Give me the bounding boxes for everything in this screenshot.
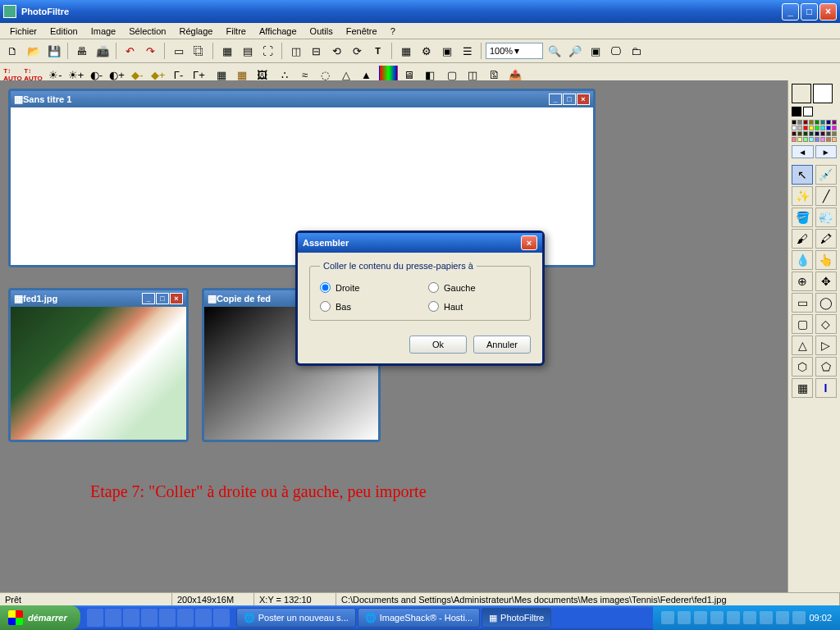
tray-icon[interactable] <box>792 611 806 624</box>
undo-icon[interactable]: ↶ <box>121 42 139 60</box>
palette-color[interactable] <box>832 131 837 136</box>
explorer-icon[interactable]: 🗀 <box>627 42 646 60</box>
color-palette[interactable] <box>792 120 837 142</box>
mdi-maximize-icon[interactable]: □ <box>563 94 576 105</box>
clone-tool-icon[interactable]: ⊕ <box>792 272 813 291</box>
task-imageshack[interactable]: 🌐 ImageShack® - Hosti... <box>358 608 480 628</box>
palette-color[interactable] <box>815 120 819 125</box>
polygon-tool-icon[interactable]: ⬠ <box>815 357 837 377</box>
menu-help[interactable]: ? <box>384 25 402 38</box>
menu-filtre[interactable]: Filtre <box>219 25 252 38</box>
copy-icon[interactable]: ⿻ <box>189 42 208 60</box>
task-photofiltre[interactable]: ▦ PhotoFiltre <box>482 608 551 628</box>
palette-color[interactable] <box>832 126 837 130</box>
palette-color[interactable] <box>809 131 814 136</box>
ql-icon[interactable] <box>159 609 176 627</box>
pointer-tool-icon[interactable]: ↖ <box>792 165 813 185</box>
fg-color-swatch[interactable] <box>792 84 811 103</box>
zoom-out-icon[interactable]: 🔎 <box>565 42 584 60</box>
advbrush-tool-icon[interactable]: 🖍 <box>815 229 837 249</box>
palette-color[interactable] <box>809 137 814 142</box>
save-icon[interactable]: 💾 <box>44 42 63 60</box>
task-poster[interactable]: 🌐 Poster un nouveau s... <box>236 608 356 628</box>
open-icon[interactable]: 📂 <box>24 42 43 60</box>
palette-color[interactable] <box>792 137 797 142</box>
palette-color[interactable] <box>792 131 797 136</box>
fullscreen-icon[interactable]: 🖵 <box>606 42 625 60</box>
cancel-button[interactable]: Annuler <box>473 336 531 354</box>
palette-color[interactable] <box>809 126 814 130</box>
radio-droite[interactable]: Droite <box>320 282 412 293</box>
radio-bas[interactable]: Bas <box>320 301 412 312</box>
palette-color[interactable] <box>820 120 825 125</box>
small-swatch-2[interactable] <box>803 107 813 116</box>
bg-color-swatch[interactable] <box>813 84 833 103</box>
palette-color[interactable] <box>826 120 831 125</box>
text-icon[interactable]: T <box>368 42 387 60</box>
palette-prev-icon[interactable]: ◄ <box>792 145 814 158</box>
palette-color[interactable] <box>832 137 837 142</box>
mdi-maximize-icon[interactable]: □ <box>156 293 169 304</box>
resize-icon[interactable]: ⛶ <box>258 42 277 60</box>
close-button[interactable]: × <box>819 3 837 21</box>
transparency-icon[interactable]: ▦ <box>396 42 415 60</box>
start-button[interactable]: démarrer <box>0 605 80 630</box>
print-icon[interactable]: 🖶 <box>72 42 91 60</box>
palette-color[interactable] <box>797 126 802 130</box>
roundrect-shape-icon[interactable]: ▢ <box>792 314 813 334</box>
zoom-select[interactable]: 100%▾ <box>486 43 543 59</box>
palette-color[interactable] <box>803 137 808 142</box>
pipette-tool-icon[interactable]: 💉 <box>815 165 837 185</box>
smudge-tool-icon[interactable]: 👆 <box>815 250 837 270</box>
systray[interactable]: 09:02 <box>653 605 840 630</box>
palette-color[interactable] <box>826 131 831 136</box>
palette-color[interactable] <box>815 126 819 130</box>
rotate-right-icon[interactable]: ⟳ <box>348 42 367 60</box>
canvas-photo[interactable] <box>11 307 186 440</box>
zoom-in-icon[interactable]: 🔍 <box>545 42 564 60</box>
spray-tool-icon[interactable]: 💨 <box>815 208 837 227</box>
rotate-left-icon[interactable]: ⟲ <box>327 42 346 60</box>
menu-affichage[interactable]: Affichage <box>253 25 304 38</box>
palette-color[interactable] <box>815 137 819 142</box>
line-tool-icon[interactable]: ╱ <box>815 186 837 206</box>
radio-gauche[interactable]: Gauche <box>428 282 520 293</box>
tray-icon[interactable] <box>694 611 707 624</box>
options-icon[interactable]: ▦ <box>792 378 813 398</box>
tray-icon[interactable] <box>760 611 773 624</box>
document-window-fed1[interactable]: ▦ fed1.jpg _ □ × <box>8 288 189 442</box>
grid-icon[interactable]: ▤ <box>238 42 257 60</box>
palette-color[interactable] <box>797 131 802 136</box>
fill-tool-icon[interactable]: 🪣 <box>792 208 813 227</box>
dialog-close-icon[interactable]: × <box>521 235 537 250</box>
menu-image[interactable]: Image <box>84 25 123 38</box>
ql-icon[interactable] <box>195 609 212 627</box>
palette-color[interactable] <box>809 120 814 125</box>
rgb-icon[interactable]: ▦ <box>217 42 236 60</box>
palette-color[interactable] <box>803 120 808 125</box>
mdi-minimize-icon[interactable]: _ <box>549 94 562 105</box>
symmetry-h-icon[interactable]: ◫ <box>286 42 305 60</box>
ql-icon[interactable] <box>87 609 103 627</box>
scan-icon[interactable]: 📠 <box>93 42 112 60</box>
brush-tool-icon[interactable]: 🖌 <box>792 229 813 249</box>
rect-shape-icon[interactable]: ▭ <box>792 293 813 313</box>
triangle2-shape-icon[interactable]: ▷ <box>815 336 837 355</box>
wand-tool-icon[interactable]: ✨ <box>792 186 813 206</box>
menu-edition[interactable]: Edition <box>43 25 84 38</box>
diamond-shape-icon[interactable]: ◇ <box>815 314 837 334</box>
module-icon[interactable]: ▣ <box>437 42 456 60</box>
palette-color[interactable] <box>820 126 825 130</box>
palette-color[interactable] <box>803 126 808 130</box>
palette-color[interactable] <box>826 126 831 130</box>
quicklaunch[interactable] <box>87 609 230 627</box>
ql-icon[interactable] <box>123 609 139 627</box>
menu-selection[interactable]: Sélection <box>122 25 172 38</box>
scroll-tool-icon[interactable]: ✥ <box>815 272 837 291</box>
redo-icon[interactable]: ↷ <box>141 42 160 60</box>
menu-fenetre[interactable]: Fenêtre <box>340 25 384 38</box>
tray-icon[interactable] <box>710 611 724 624</box>
text-mask-icon[interactable]: I <box>815 378 837 398</box>
tray-icon[interactable] <box>661 611 674 624</box>
mdi-close-icon[interactable]: × <box>577 94 590 105</box>
